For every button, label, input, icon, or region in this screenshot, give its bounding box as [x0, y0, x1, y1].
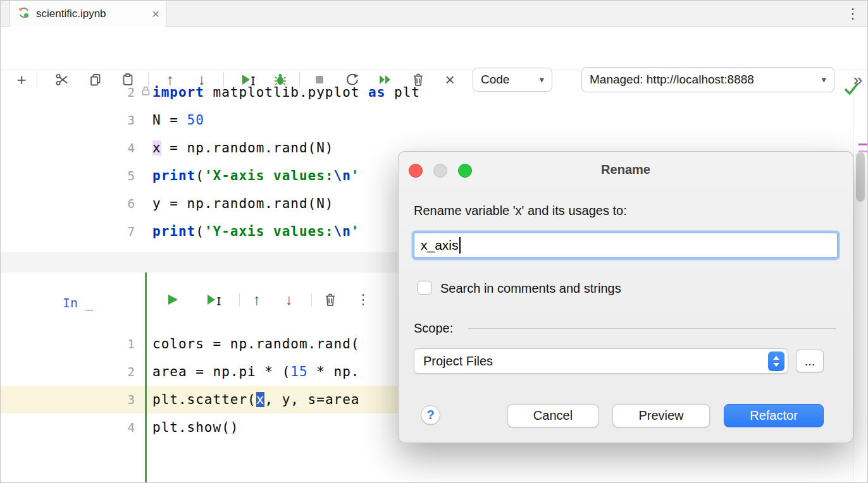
code-text: plt.scatter(x, y, s=area: [152, 386, 359, 413]
cell-type-dropdown[interactable]: Code ▾: [473, 68, 552, 92]
tab-close-icon[interactable]: ×: [152, 8, 159, 20]
copy-cell-button[interactable]: [84, 68, 107, 91]
run-cell-select-below-button[interactable]: [237, 68, 260, 91]
move-cell-up-button[interactable]: ↑: [245, 288, 268, 311]
run-all-cells-button[interactable]: [374, 68, 397, 91]
code-token-plain: = np.random.rand(N): [161, 140, 334, 156]
line-number: 3: [89, 106, 135, 134]
search-comments-label: Search in comments and strings: [440, 280, 621, 297]
debug-cell-button[interactable]: [269, 68, 292, 91]
code-token-str: ': [351, 168, 360, 183]
code-token-esc: \n: [334, 168, 351, 183]
toolbar-separator: [299, 72, 300, 87]
line-number: 1: [89, 330, 135, 358]
code-text: y = np.random.rand(N): [152, 190, 334, 217]
preview-button[interactable]: Preview: [612, 404, 710, 427]
scope-browse-button[interactable]: ...: [796, 350, 824, 372]
cell-options-kebab-icon[interactable]: ⋮: [352, 288, 375, 311]
trash-icon: [323, 293, 337, 307]
trash-icon: [411, 73, 425, 87]
code-text: x = np.random.rand(N): [152, 134, 334, 162]
rename-input[interactable]: x_axis: [414, 233, 838, 258]
toolbar-separator: [223, 72, 224, 87]
pycharm-window: scientific.ipynb × ⋮ +: [0, 0, 868, 483]
code-token-plain: * np.: [308, 364, 360, 379]
paste-cell-button[interactable]: [116, 68, 139, 91]
dropdown-stepper-icon: [768, 352, 784, 371]
dialog-title: Rename: [399, 162, 853, 177]
add-cell-button[interactable]: +: [10, 68, 33, 91]
code-token-plain: plt.scatter(: [152, 392, 256, 407]
code-token-sel: x: [256, 392, 265, 407]
search-comments-checkbox[interactable]: [418, 281, 431, 295]
stop-kernel-button[interactable]: [308, 68, 331, 91]
code-token-usage: x: [152, 140, 161, 156]
delete-cell-button[interactable]: [407, 68, 430, 91]
scope-dropdown[interactable]: Project Files: [414, 348, 788, 374]
code-token-kw: print: [152, 224, 195, 239]
run-cell-select-below-button[interactable]: [203, 288, 226, 311]
move-cell-up-button[interactable]: ↑: [159, 68, 182, 91]
copy-icon: [89, 73, 102, 87]
code-token-num: 50: [187, 113, 204, 128]
clear-outputs-button[interactable]: ×: [438, 68, 461, 91]
code-token-str: ': [351, 224, 360, 239]
play-icon: [166, 293, 180, 307]
editor-right-edge: [853, 70, 854, 483]
refactor-button[interactable]: Refactor: [724, 404, 824, 427]
text-caret: [459, 237, 461, 254]
code-token-plain: colors = np.random.rand(: [152, 336, 359, 352]
rename-dialog: Rename Rename variable 'x' and its usage…: [398, 151, 853, 443]
jupyter-server-dropdown[interactable]: Managed: http://localhost:8888 ▾: [581, 67, 834, 92]
code-token-esc: \n: [334, 224, 351, 239]
rename-prompt-label: Rename variable 'x' and its usages to:: [414, 202, 627, 219]
editor-tab-bar: scientific.ipynb × ⋮: [1, 1, 868, 27]
cancel-button[interactable]: Cancel: [507, 404, 598, 427]
tabbar-kebab-icon[interactable]: ⋮: [845, 6, 861, 22]
code-text: N = 50: [152, 106, 204, 134]
code-text: print('Y-axis values:\n': [152, 217, 359, 245]
scope-label: Scope:: [414, 320, 453, 336]
vertical-scrollbar-thumb[interactable]: [856, 152, 865, 202]
line-number: 6: [89, 190, 135, 217]
restart-kernel-button[interactable]: [341, 68, 364, 91]
move-cell-down-button[interactable]: ↓: [190, 68, 213, 91]
paste-icon: [121, 73, 135, 87]
move-cell-down-button[interactable]: ↓: [278, 288, 301, 311]
notebook-toolbar: + ↑ ↓: [1, 27, 868, 70]
code-token-str: 'Y-axis values:: [204, 224, 334, 239]
code-token-plain: plt.show(): [152, 420, 239, 435]
code-token-plain: y = np.random.rand(N): [152, 196, 334, 211]
inspections-ok-icon[interactable]: [843, 80, 860, 98]
scope-value: Project Files: [423, 354, 493, 369]
stop-icon: [313, 73, 326, 87]
code-line[interactable]: 3N = 50: [1, 106, 853, 134]
help-button[interactable]: ?: [421, 405, 440, 425]
run-cell-button[interactable]: [161, 288, 184, 311]
cut-cell-button[interactable]: [51, 68, 73, 91]
line-number: 5: [89, 162, 135, 190]
bug-icon: [273, 73, 287, 87]
rename-input-value: x_axis: [421, 238, 459, 253]
jupyter-server-value: Managed: http://localhost:8888: [590, 73, 754, 87]
delete-cell-button[interactable]: [319, 288, 342, 311]
tab-scientific-ipynb[interactable]: scientific.ipynb ×: [9, 1, 166, 27]
code-token-plain: (: [195, 224, 204, 239]
tab-label: scientific.ipynb: [36, 8, 146, 20]
cell-toolbar-separator: [311, 293, 312, 307]
cell-toolbar-separator: [239, 293, 240, 307]
error-stripe-mark: [859, 144, 867, 145]
code-text: colors = np.random.rand(: [152, 330, 359, 358]
line-number: 3: [89, 386, 135, 413]
chevron-down-icon: ▾: [821, 74, 826, 85]
code-token-plain: , y, s=area: [264, 392, 359, 407]
code-token-plain: N =: [152, 113, 187, 128]
chevron-down-icon: ▾: [539, 74, 544, 85]
code-token-num: 15: [290, 364, 307, 379]
line-number: 7: [89, 217, 135, 245]
ipynb-file-icon: [18, 6, 30, 21]
code-token-str: 'X-axis values:: [204, 168, 334, 183]
scissors-icon: [55, 73, 69, 87]
code-token-kw: print: [152, 168, 195, 183]
run-all-icon: [378, 73, 393, 86]
